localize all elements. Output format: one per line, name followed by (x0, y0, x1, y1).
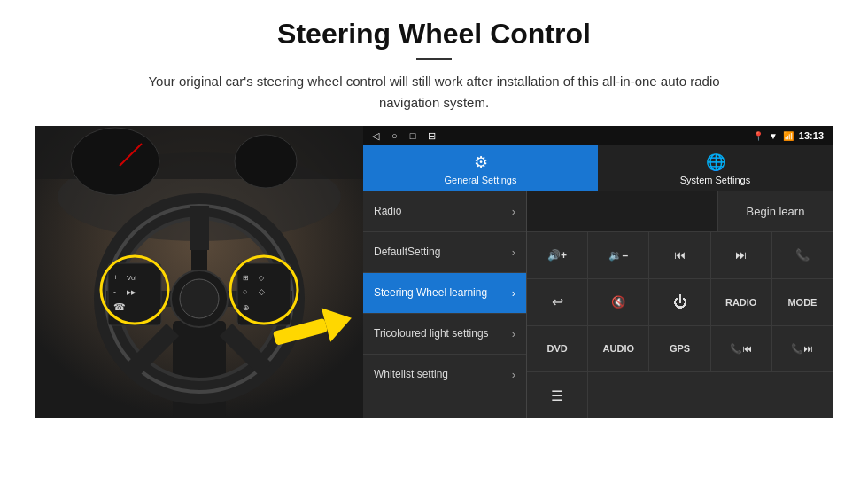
dvd-button[interactable]: DVD (527, 326, 588, 372)
svg-text:▶▶: ▶▶ (127, 289, 136, 295)
mode-button[interactable]: MODE (772, 279, 833, 325)
globe-icon: 🌐 (706, 152, 725, 172)
svg-text:◇: ◇ (259, 287, 265, 296)
vol-down-icon: 🔉– (608, 249, 628, 262)
svg-text:⊞: ⊞ (243, 274, 249, 282)
menu-icon[interactable]: ⊟ (428, 130, 436, 142)
svg-point-4 (235, 135, 297, 188)
radio-mode-button[interactable]: RADIO (711, 279, 772, 325)
title-section: Steering Wheel Control Your original car… (35, 18, 833, 113)
menu-radio-label: Radio (374, 205, 512, 219)
back-icon[interactable]: ◁ (372, 130, 379, 142)
tel-next-icon: 📞⏭ (791, 343, 813, 355)
power-button[interactable]: ⏻ (649, 279, 710, 325)
control-panel: Begin learn 🔊+ 🔉– (527, 191, 833, 418)
menu-item-steering[interactable]: Steering Wheel learning › (363, 273, 526, 314)
menu-content: Radio › DefaultSetting › Steering Wheel … (363, 191, 833, 418)
radio-row: Begin learn (527, 191, 833, 232)
menu-item-tricolour[interactable]: Tricoloured light settings › (363, 314, 526, 355)
menu-item-radio[interactable]: Radio › (363, 191, 526, 232)
recent-icon[interactable]: □ (410, 130, 416, 141)
nav-icons: ◁ ○ □ ⊟ (372, 130, 436, 142)
tab-general-label: General Settings (445, 175, 517, 185)
phone-icon: 📞 (795, 248, 810, 262)
tab-system-label: System Settings (680, 175, 750, 185)
svg-text:Vol: Vol (127, 274, 136, 282)
phone-button[interactable]: 📞 (772, 232, 833, 278)
svg-text:○: ○ (243, 287, 247, 296)
answer-button[interactable]: ↩ (527, 279, 588, 325)
home-icon[interactable]: ○ (391, 130, 398, 141)
mute-button[interactable]: 🔇 (588, 279, 649, 325)
next-track-button[interactable]: ⏭ (711, 232, 772, 278)
svg-point-3 (71, 128, 159, 195)
list-icon: ☰ (551, 387, 563, 404)
menu-whitelist-label: Whitelist setting (374, 368, 512, 382)
tab-bar: ⚙ General Settings 🌐 System Settings (363, 145, 833, 191)
btn-row-4: ☰ (527, 372, 833, 418)
subtitle: Your original car's steering wheel contr… (124, 71, 744, 113)
btn-row-3: DVD AUDIO GPS 📞⏮ (527, 326, 833, 373)
gps-label: GPS (670, 343, 690, 354)
svg-point-17 (180, 279, 219, 318)
begin-learn-button[interactable]: Begin learn (717, 191, 833, 231)
location-icon: 📍 (753, 131, 763, 141)
power-icon: ⏻ (673, 294, 687, 310)
arrow-icon: › (512, 246, 515, 259)
btn-row-1: 🔊+ 🔉– ⏮ ⏭ 📞 (527, 232, 833, 279)
empty-4 (771, 372, 833, 418)
btn-row-2: ↩ 🔇 ⏻ RADIO MOD (527, 279, 833, 326)
list-button[interactable]: ☰ (527, 372, 588, 418)
arrow-icon: › (512, 205, 515, 218)
tab-system[interactable]: 🌐 System Settings (598, 145, 833, 191)
tel-prev-icon: 📞⏮ (730, 343, 752, 355)
svg-text:-: - (113, 287, 116, 296)
radio-label: RADIO (725, 297, 756, 308)
tab-general[interactable]: ⚙ General Settings (363, 145, 598, 191)
arrow-icon: › (512, 286, 515, 300)
arrow-icon: › (512, 327, 515, 340)
menu-steering-label: Steering Wheel learning (374, 286, 512, 301)
arrow-icon: › (512, 368, 515, 381)
vol-up-icon: 🔊+ (547, 249, 567, 262)
menu-tricolour-label: Tricoloured light settings (374, 327, 512, 341)
svg-text:⊕: ⊕ (243, 303, 250, 312)
vol-up-button[interactable]: 🔊+ (527, 232, 588, 278)
menu-default-label: DefaultSetting (374, 246, 512, 260)
next-track-icon: ⏭ (735, 248, 747, 262)
steering-photo: + - Vol ☎ ▶▶ ⊞ ◇ ○ ◇ ⊕ (35, 126, 363, 418)
title-divider (416, 58, 452, 60)
prev-track-button[interactable]: ⏮ (649, 232, 710, 278)
svg-text:☎: ☎ (113, 301, 126, 312)
audio-button[interactable]: AUDIO (588, 326, 649, 372)
svg-text:◇: ◇ (259, 274, 265, 282)
status-time: 13:13 (799, 130, 824, 141)
dvd-label: DVD (546, 343, 567, 354)
audio-label: AUDIO (603, 343, 634, 354)
head-unit: ◁ ○ □ ⊟ 📍 ▼ 📶 13:13 ⚙ General Settings (363, 126, 833, 418)
button-grid: 🔊+ 🔉– ⏮ ⏭ 📞 (527, 232, 833, 418)
status-icons: 📍 ▼ 📶 13:13 (753, 130, 824, 141)
mode-label: MODE (787, 297, 817, 308)
content-row: + - Vol ☎ ▶▶ ⊞ ◇ ○ ◇ ⊕ (35, 126, 833, 418)
wifi-icon: 📶 (783, 131, 794, 141)
mute-icon: 🔇 (611, 295, 625, 309)
page-title: Steering Wheel Control (35, 18, 833, 51)
menu-item-whitelist[interactable]: Whitelist setting › (363, 355, 526, 395)
empty-3 (710, 372, 771, 418)
gear-icon: ⚙ (474, 152, 488, 172)
menu-item-default[interactable]: DefaultSetting › (363, 232, 526, 273)
menu-list: Radio › DefaultSetting › Steering Wheel … (363, 191, 527, 418)
vol-down-button[interactable]: 🔉– (588, 232, 649, 278)
page-container: Steering Wheel Control Your original car… (0, 0, 868, 427)
answer-icon: ↩ (552, 293, 563, 310)
gps-button[interactable]: GPS (649, 326, 710, 372)
tel-prev-button[interactable]: 📞⏮ (711, 326, 772, 372)
signal-icon: ▼ (769, 131, 778, 141)
empty-1 (588, 372, 649, 418)
svg-text:+: + (113, 273, 118, 282)
radio-input-area (527, 191, 717, 231)
status-bar: ◁ ○ □ ⊟ 📍 ▼ 📶 13:13 (363, 126, 833, 145)
empty-2 (649, 372, 710, 418)
tel-next-button[interactable]: 📞⏭ (772, 326, 833, 372)
